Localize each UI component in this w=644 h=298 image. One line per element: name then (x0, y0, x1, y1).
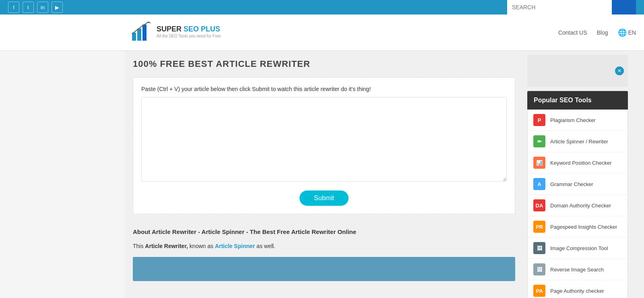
tool-name-label: Article Spinner / Rewriter (550, 139, 608, 145)
tool-name-label: Image Compression Tool (550, 245, 608, 251)
logo[interactable]: SUPER SEO PLUS All the SEO Tools you nee… (128, 19, 221, 45)
tool-item[interactable]: AGrammar Checker (528, 174, 627, 195)
tool-icon: 🖼 (533, 242, 545, 254)
tool-name-label: Domain Authority Checker (550, 203, 611, 209)
tool-icon: DA (533, 199, 545, 211)
tool-name-label: Page Authority checker (550, 288, 604, 294)
social-icons: f t in ▶ (8, 2, 63, 13)
search-area (507, 0, 636, 14)
tool-instruction: Paste (Ctrl + V) your article below then… (141, 86, 507, 92)
tool-name-label: Grammar Checker (550, 181, 593, 187)
tool-box: Paste (Ctrl + V) your article below then… (133, 77, 515, 214)
tool-name-label: Plagiarism Checker (550, 117, 596, 123)
page-title: 100% FREE BEST ARTICLE REWRITER (133, 59, 515, 69)
tool-icon: P (533, 114, 545, 126)
contact-us-link[interactable]: Contact US (558, 29, 587, 36)
blue-banner (133, 257, 515, 281)
tool-name-label: Keyword Position Checker (550, 160, 611, 166)
tool-icon: A (533, 178, 545, 190)
tool-icon: PR (533, 221, 545, 233)
tool-item[interactable]: PPlagiarism Checker (528, 110, 627, 131)
youtube-icon[interactable]: ▶ (52, 2, 63, 13)
tool-icon: 🖼 (533, 263, 545, 275)
ad-close-icon[interactable]: ✕ (615, 66, 624, 75)
about-section: About Article Rewriter - Article Spinner… (133, 227, 515, 281)
tool-item[interactable]: PRPagespeed Insights Checker (528, 216, 627, 238)
top-bar: f t in ▶ (0, 0, 644, 14)
main-content: 100% FREE BEST ARTICLE REWRITER Paste (C… (125, 51, 523, 298)
sidebar-tools-list: PPlagiarism Checker✏Article Spinner / Re… (527, 110, 628, 298)
tool-item[interactable]: 🖼Image Compression Tool (528, 238, 627, 259)
tool-item[interactable]: PAPage Authority checker (528, 280, 627, 298)
tool-icon: ✏ (533, 135, 545, 147)
about-title: About Article Rewriter - Article Spinner… (133, 227, 515, 237)
linkedin-icon[interactable]: in (37, 2, 48, 13)
about-text: This Article Rewriter, known as Article … (133, 242, 515, 250)
tool-icon: 📊 (533, 157, 545, 169)
logo-icon (128, 19, 154, 45)
header-nav: Contact US Blog 🌐 EN (558, 28, 636, 37)
tool-item[interactable]: DADomain Authority Checker (528, 195, 627, 216)
blog-link[interactable]: Blog (597, 29, 608, 36)
twitter-icon[interactable]: t (23, 2, 34, 13)
tool-name-label: Reverse Image Search (550, 267, 604, 273)
facebook-icon[interactable]: f (8, 2, 19, 13)
logo-text: SUPER SEO PLUS All the SEO Tools you nee… (157, 25, 221, 38)
tool-item[interactable]: 📊Keyword Position Checker (528, 152, 627, 174)
submit-button[interactable]: Submit (299, 190, 349, 206)
sidebar-ad: ✕ (527, 55, 628, 87)
tool-item[interactable]: 🖼Reverse Image Search (528, 259, 627, 280)
tool-item[interactable]: ✏Article Spinner / Rewriter (528, 131, 627, 152)
search-button[interactable] (612, 0, 636, 14)
tool-name-label: Pagespeed Insights Checker (550, 224, 617, 230)
page-layout: 100% FREE BEST ARTICLE REWRITER Paste (C… (125, 51, 644, 298)
search-input[interactable] (507, 0, 612, 14)
svg-rect-1 (137, 29, 141, 41)
language-selector[interactable]: 🌐 EN (618, 28, 636, 37)
sidebar: ✕ Popular SEO Tools PPlagiarism Checker✏… (523, 51, 628, 298)
svg-rect-2 (142, 25, 147, 41)
article-textarea[interactable] (141, 97, 507, 182)
tool-icon: PA (533, 285, 545, 297)
popular-seo-tools-header: Popular SEO Tools (527, 91, 628, 110)
